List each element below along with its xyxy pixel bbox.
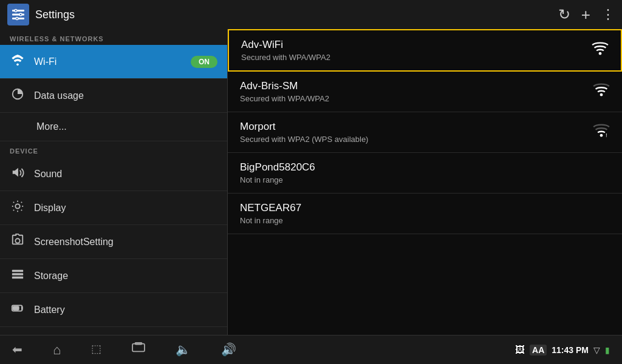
svg-point-4 xyxy=(19,13,22,16)
svg-point-9 xyxy=(15,204,19,208)
sidebar-item-display[interactable]: Display xyxy=(0,191,227,225)
bottom-status: 🖼 AA 11:43 PM ▽ ▮ xyxy=(515,345,610,356)
network-status: Not in range xyxy=(240,216,610,225)
data-usage-icon xyxy=(10,87,26,104)
network-name: BigPond5820C6 xyxy=(240,161,610,174)
sidebar-item-more[interactable]: More... xyxy=(0,113,227,141)
wifi-status-icon: ▽ xyxy=(593,345,600,355)
wifi-panel: Adv-WiFi Secured with WPA/WPA2 Adv-Bris-… xyxy=(228,29,622,335)
sidebar: WIRELESS & NETWORKS Wi-Fi ON Data usage xyxy=(0,29,228,335)
display-icon xyxy=(10,200,26,216)
more-options-icon[interactable]: ⋮ xyxy=(601,7,615,22)
battery-icon xyxy=(10,302,26,318)
more-label: More... xyxy=(36,121,67,132)
volume-up-button[interactable]: 🔊 xyxy=(221,342,236,358)
network-status: Not in range xyxy=(240,175,610,184)
svg-point-10 xyxy=(15,238,19,243)
sidebar-item-sound[interactable]: Sound xyxy=(0,157,227,191)
wifi-signal-weak-icon: ! xyxy=(593,124,610,141)
network-name: Adv-WiFi xyxy=(241,39,586,51)
gallery-status-icon: 🖼 xyxy=(515,345,525,356)
network-name: Morport xyxy=(240,121,587,133)
network-name: Adv-Bris-SM xyxy=(240,80,587,92)
network-name: NETGEAR67 xyxy=(240,202,610,214)
bottom-bar: ⬅ ⌂ ⬚ 🔈 🔊 🖼 AA 11:43 PM ▽ ▮ xyxy=(0,335,622,364)
network-info: Adv-WiFi Secured with WPA/WPA2 xyxy=(241,39,586,62)
main-content: WIRELESS & NETWORKS Wi-Fi ON Data usage xyxy=(0,29,622,335)
svg-marker-8 xyxy=(13,168,18,177)
wifi-toggle[interactable]: ON xyxy=(191,56,217,68)
page-title: Settings xyxy=(35,8,558,21)
svg-rect-0 xyxy=(12,10,24,12)
settings-app-icon xyxy=(7,4,29,25)
svg-text:!: ! xyxy=(606,132,607,138)
section-header-wireless: WIRELESS & NETWORKS xyxy=(0,29,227,45)
sync-icon[interactable]: ↻ xyxy=(558,6,570,23)
svg-rect-12 xyxy=(12,273,23,275)
network-status: Secured with WPA/WPA2 xyxy=(240,94,587,103)
bottom-nav: ⬅ ⌂ ⬚ 🔈 🔊 xyxy=(12,342,515,358)
battery-status-icon: ▮ xyxy=(605,345,610,355)
back-button[interactable]: ⬅ xyxy=(12,342,22,358)
screenshot-button[interactable] xyxy=(132,342,145,358)
network-info: Adv-Bris-SM Secured with WPA/WPA2 xyxy=(240,80,587,103)
network-info: NETGEAR67 Not in range xyxy=(240,202,610,225)
sidebar-item-screenshot[interactable]: ScreenshotSetting xyxy=(0,225,227,259)
top-bar-actions: ↻ + ⋮ xyxy=(558,5,615,24)
sound-label: Sound xyxy=(34,169,62,180)
volume-down-button[interactable]: 🔈 xyxy=(176,342,191,358)
svg-point-5 xyxy=(16,18,18,20)
wifi-signal-icon xyxy=(592,42,609,59)
svg-point-21 xyxy=(600,93,603,96)
wifi-label: Wi-Fi xyxy=(34,56,56,67)
network-item-morport[interactable]: Morport Secured with WPA2 (WPS available… xyxy=(228,112,622,153)
sidebar-item-storage[interactable]: Storage xyxy=(0,259,227,293)
recents-button[interactable]: ⬚ xyxy=(91,342,101,358)
wifi-signal-medium-icon xyxy=(593,83,610,100)
svg-rect-24 xyxy=(132,343,145,351)
svg-rect-11 xyxy=(12,270,23,272)
network-status: Secured with WPA2 (WPS available) xyxy=(240,135,587,144)
network-item-netgear[interactable]: NETGEAR67 Not in range xyxy=(228,194,622,234)
storage-icon xyxy=(10,268,26,284)
aa-label: AA xyxy=(530,345,547,356)
data-usage-label: Data usage xyxy=(34,90,84,101)
network-item-adv-bris[interactable]: Adv-Bris-SM Secured with WPA/WPA2 xyxy=(228,72,622,112)
sidebar-item-data-usage[interactable]: Data usage xyxy=(0,79,227,113)
network-info: Morport Secured with WPA2 (WPS available… xyxy=(240,121,587,144)
sidebar-item-apps[interactable]: Apps xyxy=(0,327,227,335)
sidebar-item-wifi[interactable]: Wi-Fi ON xyxy=(0,45,227,79)
svg-rect-1 xyxy=(12,14,24,16)
display-label: Display xyxy=(34,203,66,214)
storage-label: Storage xyxy=(34,271,68,281)
battery-label: Battery xyxy=(34,305,65,315)
home-button[interactable]: ⌂ xyxy=(53,342,61,358)
status-time: 11:43 PM xyxy=(552,345,589,355)
screenshot-icon xyxy=(10,234,26,250)
sound-icon xyxy=(10,166,26,182)
screenshot-label: ScreenshotSetting xyxy=(34,237,114,248)
network-item-adv-wifi[interactable]: Adv-WiFi Secured with WPA/WPA2 xyxy=(228,29,622,72)
section-header-device: DEVICE xyxy=(0,141,227,157)
svg-point-6 xyxy=(16,64,19,66)
svg-rect-15 xyxy=(13,306,19,310)
sidebar-item-battery[interactable]: Battery xyxy=(0,293,227,327)
network-status: Secured with WPA/WPA2 xyxy=(241,53,586,62)
svg-point-3 xyxy=(15,10,17,12)
top-bar: Settings ↻ + ⋮ xyxy=(0,0,622,29)
svg-point-22 xyxy=(600,134,603,137)
network-info: BigPond5820C6 Not in range xyxy=(240,161,610,184)
wifi-icon xyxy=(10,53,26,70)
svg-rect-13 xyxy=(12,277,23,279)
svg-point-20 xyxy=(599,52,602,55)
add-icon[interactable]: + xyxy=(581,5,590,24)
network-item-bigpond[interactable]: BigPond5820C6 Not in range xyxy=(228,153,622,194)
